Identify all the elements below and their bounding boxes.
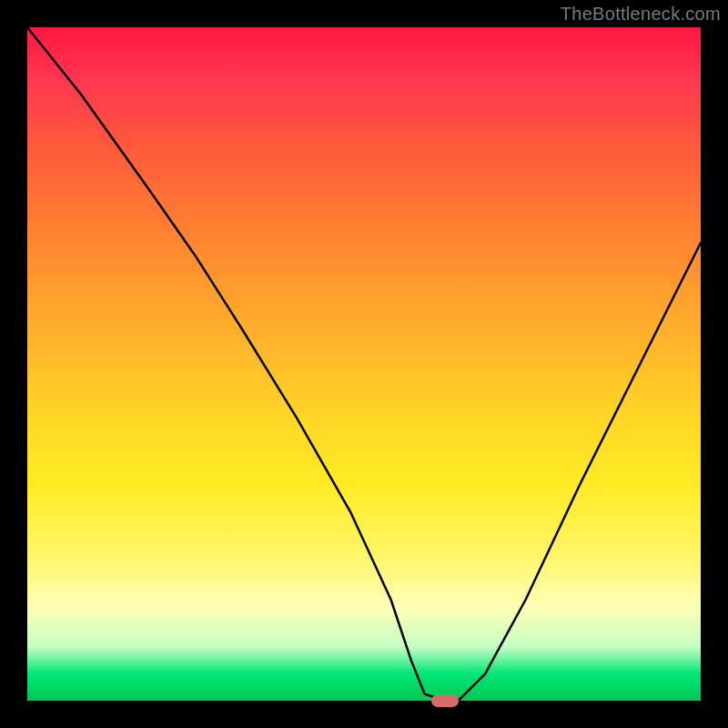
chart-container xyxy=(27,27,701,701)
optimal-point-marker xyxy=(431,694,459,707)
chart-background-gradient xyxy=(27,27,701,701)
attribution-text: TheBottleneck.com xyxy=(561,4,721,25)
